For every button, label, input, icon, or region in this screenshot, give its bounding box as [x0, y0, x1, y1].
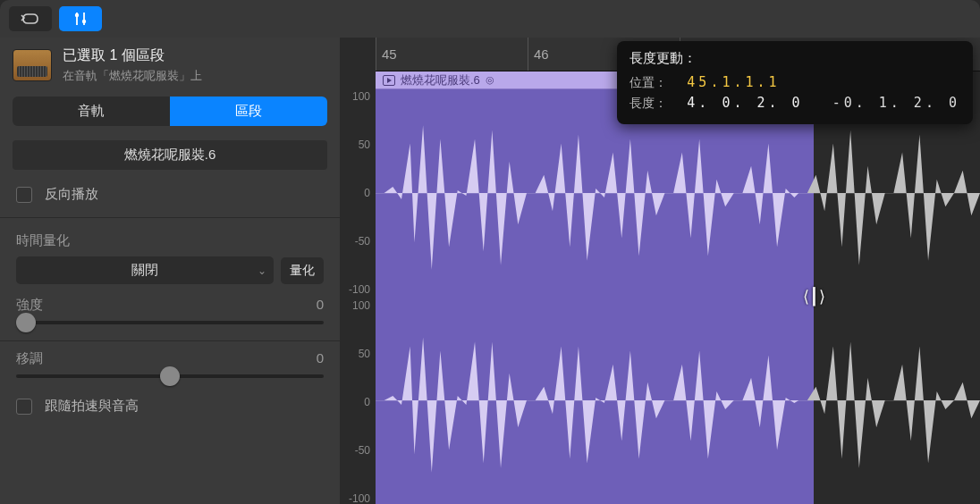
time-quantize-label: 時間量化 — [16, 232, 70, 249]
svg-point-1 — [82, 20, 86, 23]
stereo-icon: ◎ — [486, 74, 494, 86]
reverse-label: 反向播放 — [45, 186, 98, 203]
quantize-button[interactable]: 量化 — [281, 257, 324, 284]
chevron-updown-icon: ⌄ — [258, 265, 266, 277]
strength-label: 強度 — [16, 297, 43, 314]
reverse-checkbox[interactable] — [16, 187, 32, 203]
time-quantize-select[interactable]: 關閉 ⌄ — [16, 256, 274, 284]
svg-point-0 — [75, 13, 79, 17]
loop-tool-button[interactable] — [9, 6, 52, 31]
ruler-tick: 46 — [528, 38, 549, 71]
inspector-tabs: 音軌 區段 — [0, 91, 340, 131]
tooltip-position-value: 45.1.1.1 — [687, 74, 780, 90]
selection-title: 已選取 1 個區段 — [63, 46, 202, 65]
tooltip-length-key: 長度： — [629, 96, 674, 112]
tooltip-position-key: 位置： — [629, 75, 674, 91]
follow-tempo-checkbox[interactable] — [16, 399, 32, 415]
top-toolbar — [0, 0, 980, 38]
strength-value[interactable]: 0 — [317, 297, 324, 314]
flex-tool-button[interactable] — [59, 6, 102, 31]
audio-editor[interactable]: 45 46 47 100 50 0 -50 -100 100 50 0 -50 … — [340, 38, 980, 504]
tooltip-length-value: 4. 0. 2. 0 — [687, 95, 803, 111]
follow-tempo-row[interactable]: 跟隨拍速與音高 — [0, 389, 340, 424]
transpose-slider[interactable] — [16, 374, 324, 378]
tooltip-length-delta: -0. 1. 2. 0 — [832, 95, 960, 111]
region-name-field[interactable]: 燃燒花呢服裝.6 — [13, 140, 327, 170]
waveform-area[interactable]: ⟨┃⟩ — [376, 89, 980, 504]
follow-tempo-label: 跟隨拍速與音高 — [45, 398, 139, 415]
strength-slider-thumb[interactable] — [16, 313, 36, 332]
strength-slider[interactable] — [16, 321, 324, 324]
selection-subtitle: 在音軌「燃燒花呢服裝」上 — [63, 68, 202, 84]
region-header-label: 燃燒花呢服裝.6 — [401, 72, 480, 88]
length-change-tooltip: 長度更動： 位置： 45.1.1.1 長度： 4. 0. 2. 0 -0. 1.… — [617, 41, 973, 124]
amplitude-axis: 100 50 0 -50 -100 100 50 0 -50 -100 — [340, 71, 376, 504]
track-icon — [13, 49, 52, 81]
tooltip-title: 長度更動： — [629, 50, 960, 67]
tab-region[interactable]: 區段 — [170, 97, 327, 126]
play-region-icon[interactable] — [383, 75, 395, 86]
inspector-sidebar: 已選取 1 個區段 在音軌「燃燒花呢服裝」上 音軌 區段 燃燒花呢服裝.6 反向… — [0, 38, 340, 504]
ruler-tick: 45 — [376, 38, 397, 71]
tab-track[interactable]: 音軌 — [13, 97, 170, 126]
waveform-channel-right — [376, 297, 980, 504]
transpose-label: 移調 — [16, 350, 43, 367]
transpose-value[interactable]: 0 — [317, 350, 324, 367]
reverse-playback-row[interactable]: 反向播放 — [0, 177, 340, 212]
transpose-slider-thumb[interactable] — [160, 366, 180, 386]
